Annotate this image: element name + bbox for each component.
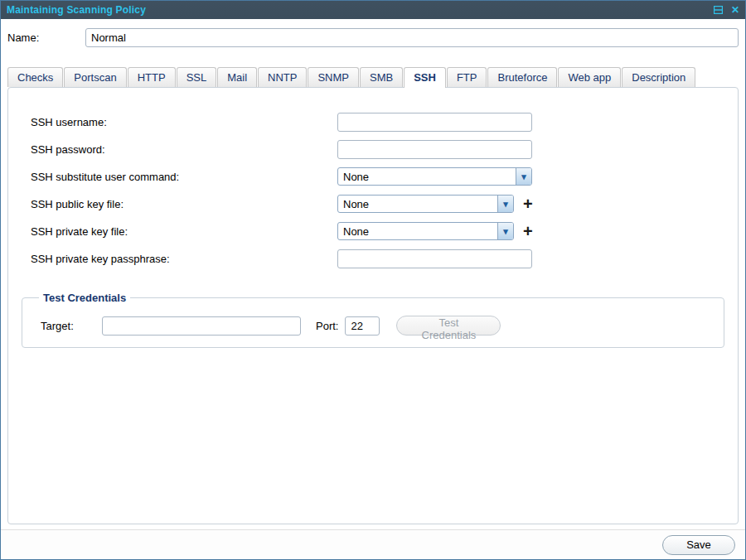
test-credentials-fieldset: Test Credentials Target: Port: Test Cred…	[22, 292, 724, 348]
chevron-down-icon[interactable]: ▾	[516, 168, 531, 185]
port-input[interactable]	[345, 316, 380, 336]
test-credentials-button[interactable]: Test Credentials	[396, 316, 501, 336]
target-input[interactable]	[102, 316, 301, 336]
select-value: None	[338, 196, 497, 212]
add-public-key-icon[interactable]: +	[523, 196, 533, 211]
restore-window-icon[interactable]	[714, 6, 723, 14]
chevron-down-icon[interactable]: ▾	[497, 223, 513, 239]
add-private-key-icon[interactable]: +	[523, 224, 533, 239]
port-label: Port:	[316, 320, 338, 332]
titlebar-icons: ✕	[714, 5, 739, 15]
name-row: Name:	[7, 27, 739, 47]
select-value: None	[338, 223, 497, 239]
tab-ftp[interactable]: FTP	[447, 67, 487, 87]
ssh-substitute-user-command-select[interactable]: None ▾	[337, 167, 532, 186]
tab-bar: Checks Portscan HTTP SSL Mail NNTP SNMP …	[7, 67, 739, 87]
tab-ssh[interactable]: SSH	[404, 67, 446, 88]
tab-snmp[interactable]: SNMP	[308, 67, 359, 87]
tab-http[interactable]: HTTP	[128, 67, 176, 87]
ssh-password-label: SSH password:	[31, 143, 337, 156]
form-row: SSH private key passphrase:	[31, 249, 738, 268]
ssh-substitute-user-command-label: SSH substitute user command:	[31, 171, 337, 183]
ssh-private-key-passphrase-input[interactable]	[337, 249, 532, 268]
select-value: None	[338, 168, 516, 185]
dialog-title: Maintaining Scanning Policy	[7, 4, 714, 16]
ssh-password-input[interactable]	[337, 140, 532, 159]
target-label: Target:	[41, 320, 102, 332]
ssh-public-key-file-select[interactable]: None ▾	[337, 195, 514, 213]
chevron-down-icon[interactable]: ▾	[497, 196, 513, 212]
tab-description[interactable]: Description	[622, 67, 695, 87]
ssh-private-key-file-select[interactable]: None ▾	[337, 222, 514, 240]
form-row: SSH username:	[31, 113, 738, 131]
maintaining-scanning-policy-dialog: Maintaining Scanning Policy ✕ Name: Chec…	[0, 0, 746, 560]
ssh-username-label: SSH username:	[31, 116, 337, 128]
ssh-private-key-file-label: SSH private key file:	[31, 225, 337, 238]
tab-nntp[interactable]: NNTP	[258, 67, 307, 87]
test-credentials-row: Target: Port: Test Credentials	[41, 316, 714, 336]
tab-ssl[interactable]: SSL	[177, 67, 217, 87]
form-row: SSH private key file: None ▾ +	[31, 222, 738, 240]
save-button[interactable]: Save	[662, 535, 735, 555]
ssh-tab-panel: SSH username: SSH password: SSH substitu…	[7, 87, 739, 524]
form-row: SSH password:	[31, 140, 738, 158]
test-credentials-legend: Test Credentials	[39, 292, 130, 304]
ssh-private-key-passphrase-label: SSH private key passphrase:	[31, 253, 337, 265]
form-row: SSH public key file: None ▾ +	[31, 195, 738, 213]
footer: Save	[1, 529, 745, 559]
tab-bruteforce[interactable]: Bruteforce	[487, 67, 557, 87]
name-input[interactable]	[85, 28, 739, 47]
tab-web-app[interactable]: Web app	[558, 67, 621, 87]
titlebar: Maintaining Scanning Policy ✕	[1, 1, 745, 19]
tab-mail[interactable]: Mail	[217, 67, 257, 87]
ssh-public-key-file-label: SSH public key file:	[31, 198, 337, 210]
tab-portscan[interactable]: Portscan	[64, 67, 126, 87]
tab-smb[interactable]: SMB	[360, 67, 403, 87]
form-row: SSH substitute user command: None ▾	[31, 167, 738, 186]
name-label: Name:	[7, 31, 85, 44]
close-icon[interactable]: ✕	[731, 5, 739, 15]
dialog-content: Name: Checks Portscan HTTP SSL Mail NNTP…	[1, 19, 745, 559]
tab-checks[interactable]: Checks	[7, 67, 63, 87]
ssh-username-input[interactable]	[337, 113, 532, 132]
